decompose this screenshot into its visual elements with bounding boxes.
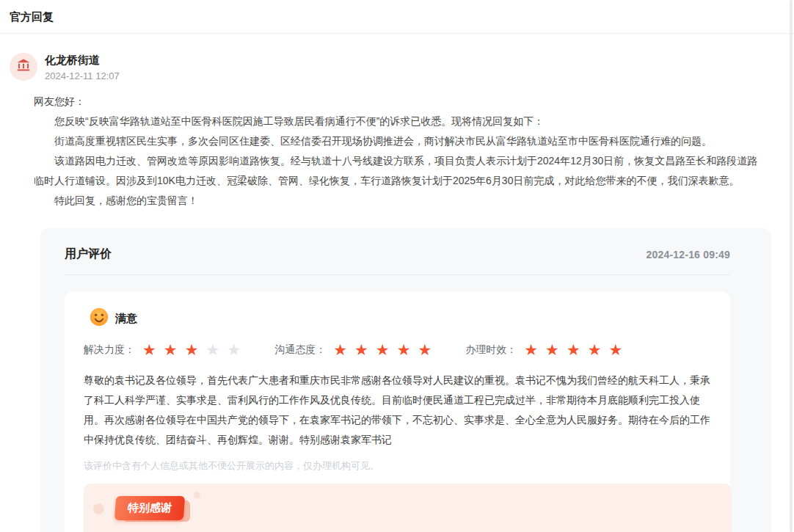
reply-paragraph: 特此回复，感谢您的宝贵留言！ — [34, 191, 763, 211]
reply-paragraph: 街道高度重视辖区民生实事，多次会同区住建委、区经信委召开现场协调推进会，商讨解决… — [34, 131, 763, 151]
star-icon: ★ — [524, 342, 538, 357]
verdict-row: 满意 — [90, 307, 711, 329]
star-icon: ★ — [354, 342, 368, 357]
evaluation-body-card: 满意 解决力度：★★★★★沟通态度：★★★★★办理时效：★★★★★ 尊敬的袁书记… — [65, 291, 730, 532]
evaluation-timestamp: 2024-12-16 09:49 — [646, 249, 730, 260]
star-icon: ★ — [397, 342, 411, 357]
rating-group: 解决力度：★★★★★ — [84, 342, 241, 357]
user-evaluation-card: 用户评价 2024-12-16 09:49 — [40, 228, 771, 532]
evaluation-header: 用户评价 2024-12-16 09:49 — [65, 247, 730, 262]
reply-header: 化龙桥街道 2024-12-11 12:07 — [10, 53, 794, 81]
special-thanks-badge-wrap: 特别感谢 — [115, 496, 184, 520]
rating-group: 沟通态度：★★★★★ — [274, 342, 431, 357]
top-divider — [0, 33, 794, 34]
page-title: 官方回复 — [0, 0, 794, 33]
scrollbar[interactable] — [790, 0, 793, 532]
star-icon: ★ — [164, 342, 178, 357]
decorative-dot-icon — [93, 503, 104, 514]
reply-paragraph: 您反映“反映富华路轨道站至中医骨科医院因施工导致居民看病通行不便”的诉求已收悉。… — [34, 112, 763, 131]
special-thanks-panel: 特别感谢 特别感谢袁家军同志，您是我们军工人的傲骄。是中国共产党合格的接班人。 — [84, 484, 732, 532]
official-reply-section: 化龙桥街道 2024-12-11 12:07 网友您好： 您反映“反映富华路轨道… — [0, 53, 794, 211]
rating-label: 解决力度： — [84, 343, 135, 357]
rating-label: 办理时效： — [465, 343, 517, 357]
star-icon: ★ — [418, 342, 431, 357]
star-icon: ★ — [376, 342, 390, 357]
reply-paragraphs: 您反映“反映富华路轨道站至中医骨科医院因施工导致居民看病通行不便”的诉求已收悉。… — [34, 112, 763, 211]
star-icon: ★ — [609, 342, 623, 357]
star-icon: ★ — [142, 342, 156, 357]
star-icon: ★ — [205, 342, 219, 357]
bank-icon — [15, 57, 32, 76]
star-icon: ★ — [227, 342, 241, 357]
reply-body: 网友您好： 您反映“反映富华路轨道站至中医骨科医院因施工导致居民看病通行不便”的… — [34, 92, 763, 211]
privacy-note: 该评价中含有个人信息或其他不便公开展示的内容，仅办理机构可见。 — [84, 459, 711, 473]
star-icon: ★ — [567, 342, 580, 357]
evaluation-comment: 尊敬的袁书记及各位领导，首先代表广大患者和重庆市民非常感谢各位领导对人民建议的重… — [84, 371, 711, 450]
star-icon: ★ — [545, 342, 559, 357]
rating-groups: 解决力度：★★★★★沟通态度：★★★★★办理时效：★★★★★ — [84, 342, 711, 357]
decorative-dot-icon — [194, 492, 200, 498]
smiley-face-icon — [90, 307, 109, 329]
reply-paragraph: 该道路因电力迁改、管网改造等原因影响道路恢复。经与轨道十八号线建设方联系，项目负… — [34, 151, 763, 191]
star-icon: ★ — [185, 342, 199, 357]
evaluation-divider — [65, 274, 730, 275]
evaluation-title: 用户评价 — [65, 247, 112, 262]
rating-label: 沟通态度： — [274, 343, 326, 357]
reply-greeting: 网友您好： — [34, 92, 763, 112]
reply-author: 化龙桥街道 — [45, 54, 120, 68]
verdict-label: 满意 — [115, 312, 137, 326]
avatar — [10, 53, 37, 81]
rating-group: 办理时效：★★★★★ — [465, 342, 622, 357]
star-icon: ★ — [588, 342, 602, 357]
special-thanks-badge: 特别感谢 — [114, 496, 185, 520]
star-icon: ★ — [333, 342, 347, 357]
reply-timestamp: 2024-12-11 12:07 — [45, 70, 120, 81]
reply-meta: 化龙桥街道 2024-12-11 12:07 — [45, 53, 120, 81]
